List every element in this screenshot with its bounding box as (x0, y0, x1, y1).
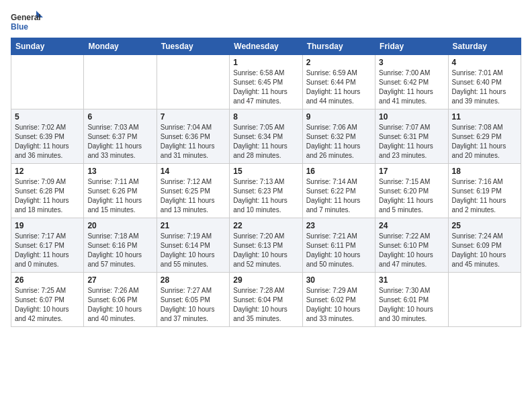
day-number: 15 (233, 167, 298, 176)
calendar-cell: 17Sunrise: 7:15 AM Sunset: 6:20 PM Dayli… (375, 164, 448, 218)
calendar-cell: 23Sunrise: 7:21 AM Sunset: 6:11 PM Dayli… (302, 218, 375, 273)
day-info: Sunrise: 7:30 AM Sunset: 6:01 PM Dayligh… (379, 286, 444, 324)
day-number: 21 (161, 221, 226, 230)
day-number: 9 (306, 112, 371, 122)
header-monday: Monday (84, 38, 157, 55)
calendar-cell: 22Sunrise: 7:20 AM Sunset: 6:13 PM Dayli… (230, 218, 302, 273)
day-info: Sunrise: 7:09 AM Sunset: 6:28 PM Dayligh… (15, 177, 80, 215)
day-number: 26 (15, 275, 80, 285)
calendar-cell: 2Sunrise: 6:59 AM Sunset: 6:44 PM Daylig… (302, 55, 375, 109)
day-info: Sunrise: 7:02 AM Sunset: 6:39 PM Dayligh… (15, 123, 80, 161)
day-number: 14 (161, 167, 226, 176)
day-number: 8 (233, 112, 298, 122)
header-wednesday: Wednesday (230, 38, 302, 55)
day-number: 22 (233, 221, 298, 230)
calendar-week-4: 19Sunrise: 7:17 AM Sunset: 6:17 PM Dayli… (11, 218, 521, 273)
day-info: Sunrise: 7:13 AM Sunset: 6:23 PM Dayligh… (233, 177, 298, 215)
calendar-cell: 10Sunrise: 7:07 AM Sunset: 6:31 PM Dayli… (375, 109, 448, 164)
day-info: Sunrise: 7:08 AM Sunset: 6:29 PM Dayligh… (452, 123, 517, 161)
calendar-cell: 14Sunrise: 7:12 AM Sunset: 6:25 PM Dayli… (157, 164, 229, 218)
header-thursday: Thursday (302, 38, 375, 55)
header-saturday: Saturday (448, 38, 521, 55)
calendar-table: SundayMondayTuesdayWednesdayThursdayFrid… (11, 38, 521, 327)
day-info: Sunrise: 7:19 AM Sunset: 6:14 PM Dayligh… (161, 232, 226, 269)
calendar-cell (11, 55, 84, 109)
calendar-header-row: SundayMondayTuesdayWednesdayThursdayFrid… (11, 38, 521, 55)
day-number: 10 (379, 112, 444, 122)
logo-svg: GeneralBlue (11, 11, 44, 32)
day-number: 30 (306, 275, 371, 285)
day-info: Sunrise: 7:27 AM Sunset: 6:05 PM Dayligh… (161, 286, 226, 324)
day-info: Sunrise: 7:06 AM Sunset: 6:32 PM Dayligh… (306, 123, 371, 161)
day-info: Sunrise: 7:04 AM Sunset: 6:36 PM Dayligh… (161, 123, 226, 161)
calendar-week-3: 12Sunrise: 7:09 AM Sunset: 6:28 PM Dayli… (11, 164, 521, 218)
day-info: Sunrise: 7:21 AM Sunset: 6:11 PM Dayligh… (306, 232, 371, 269)
day-info: Sunrise: 7:11 AM Sunset: 6:26 PM Dayligh… (87, 177, 152, 215)
day-info: Sunrise: 7:22 AM Sunset: 6:10 PM Dayligh… (379, 232, 444, 269)
day-info: Sunrise: 7:00 AM Sunset: 6:42 PM Dayligh… (379, 68, 444, 106)
day-number: 6 (87, 112, 152, 122)
day-number: 23 (306, 221, 371, 230)
day-number: 13 (87, 167, 152, 176)
day-info: Sunrise: 7:29 AM Sunset: 6:02 PM Dayligh… (306, 286, 371, 324)
day-number: 3 (379, 58, 444, 67)
calendar-cell: 5Sunrise: 7:02 AM Sunset: 6:39 PM Daylig… (11, 109, 84, 164)
calendar-cell: 26Sunrise: 7:25 AM Sunset: 6:07 PM Dayli… (11, 273, 84, 327)
page-header: GeneralBlue (11, 11, 521, 32)
calendar-cell: 12Sunrise: 7:09 AM Sunset: 6:28 PM Dayli… (11, 164, 84, 218)
calendar-cell: 9Sunrise: 7:06 AM Sunset: 6:32 PM Daylig… (302, 109, 375, 164)
calendar-week-2: 5Sunrise: 7:02 AM Sunset: 6:39 PM Daylig… (11, 109, 521, 164)
day-info: Sunrise: 7:14 AM Sunset: 6:22 PM Dayligh… (306, 177, 371, 215)
day-number: 29 (233, 275, 298, 285)
day-number: 28 (161, 275, 226, 285)
calendar-cell: 11Sunrise: 7:08 AM Sunset: 6:29 PM Dayli… (448, 109, 521, 164)
calendar-cell: 30Sunrise: 7:29 AM Sunset: 6:02 PM Dayli… (302, 273, 375, 327)
day-number: 25 (452, 221, 517, 230)
calendar-week-1: 1Sunrise: 6:58 AM Sunset: 6:45 PM Daylig… (11, 55, 521, 109)
calendar-week-5: 26Sunrise: 7:25 AM Sunset: 6:07 PM Dayli… (11, 273, 521, 327)
calendar-cell: 15Sunrise: 7:13 AM Sunset: 6:23 PM Dayli… (230, 164, 302, 218)
calendar-cell: 13Sunrise: 7:11 AM Sunset: 6:26 PM Dayli… (84, 164, 157, 218)
calendar-cell (157, 55, 229, 109)
day-number: 4 (452, 58, 517, 67)
day-number: 24 (379, 221, 444, 230)
day-info: Sunrise: 7:12 AM Sunset: 6:25 PM Dayligh… (161, 177, 226, 215)
calendar-cell: 3Sunrise: 7:00 AM Sunset: 6:42 PM Daylig… (375, 55, 448, 109)
day-info: Sunrise: 6:59 AM Sunset: 6:44 PM Dayligh… (306, 68, 371, 106)
day-info: Sunrise: 7:15 AM Sunset: 6:20 PM Dayligh… (379, 177, 444, 215)
day-info: Sunrise: 7:01 AM Sunset: 6:40 PM Dayligh… (452, 68, 517, 106)
day-number: 17 (379, 167, 444, 176)
day-number: 11 (452, 112, 517, 122)
calendar-cell: 29Sunrise: 7:28 AM Sunset: 6:04 PM Dayli… (230, 273, 302, 327)
day-info: Sunrise: 7:05 AM Sunset: 6:34 PM Dayligh… (233, 123, 298, 161)
logo: GeneralBlue (11, 11, 44, 32)
day-info: Sunrise: 7:26 AM Sunset: 6:06 PM Dayligh… (87, 286, 152, 324)
day-number: 27 (87, 275, 152, 285)
calendar-cell: 4Sunrise: 7:01 AM Sunset: 6:40 PM Daylig… (448, 55, 521, 109)
header-tuesday: Tuesday (157, 38, 229, 55)
day-info: Sunrise: 7:18 AM Sunset: 6:16 PM Dayligh… (87, 232, 152, 269)
day-info: Sunrise: 7:03 AM Sunset: 6:37 PM Dayligh… (87, 123, 152, 161)
calendar-cell: 27Sunrise: 7:26 AM Sunset: 6:06 PM Dayli… (84, 273, 157, 327)
calendar-cell: 8Sunrise: 7:05 AM Sunset: 6:34 PM Daylig… (230, 109, 302, 164)
day-number: 1 (233, 58, 298, 67)
calendar-cell (448, 273, 521, 327)
calendar-cell (84, 55, 157, 109)
day-info: Sunrise: 7:07 AM Sunset: 6:31 PM Dayligh… (379, 123, 444, 161)
calendar-cell: 25Sunrise: 7:24 AM Sunset: 6:09 PM Dayli… (448, 218, 521, 273)
day-info: Sunrise: 6:58 AM Sunset: 6:45 PM Dayligh… (233, 68, 298, 106)
calendar-cell: 7Sunrise: 7:04 AM Sunset: 6:36 PM Daylig… (157, 109, 229, 164)
day-number: 18 (452, 167, 517, 176)
day-info: Sunrise: 7:24 AM Sunset: 6:09 PM Dayligh… (452, 232, 517, 269)
day-info: Sunrise: 7:20 AM Sunset: 6:13 PM Dayligh… (233, 232, 298, 269)
day-number: 31 (379, 275, 444, 285)
calendar-cell: 28Sunrise: 7:27 AM Sunset: 6:05 PM Dayli… (157, 273, 229, 327)
day-info: Sunrise: 7:16 AM Sunset: 6:19 PM Dayligh… (452, 177, 517, 215)
calendar-cell: 18Sunrise: 7:16 AM Sunset: 6:19 PM Dayli… (448, 164, 521, 218)
calendar-cell: 24Sunrise: 7:22 AM Sunset: 6:10 PM Dayli… (375, 218, 448, 273)
day-number: 5 (15, 112, 80, 122)
calendar-cell: 1Sunrise: 6:58 AM Sunset: 6:45 PM Daylig… (230, 55, 302, 109)
header-sunday: Sunday (11, 38, 84, 55)
day-number: 12 (15, 167, 80, 176)
calendar-cell: 31Sunrise: 7:30 AM Sunset: 6:01 PM Dayli… (375, 273, 448, 327)
